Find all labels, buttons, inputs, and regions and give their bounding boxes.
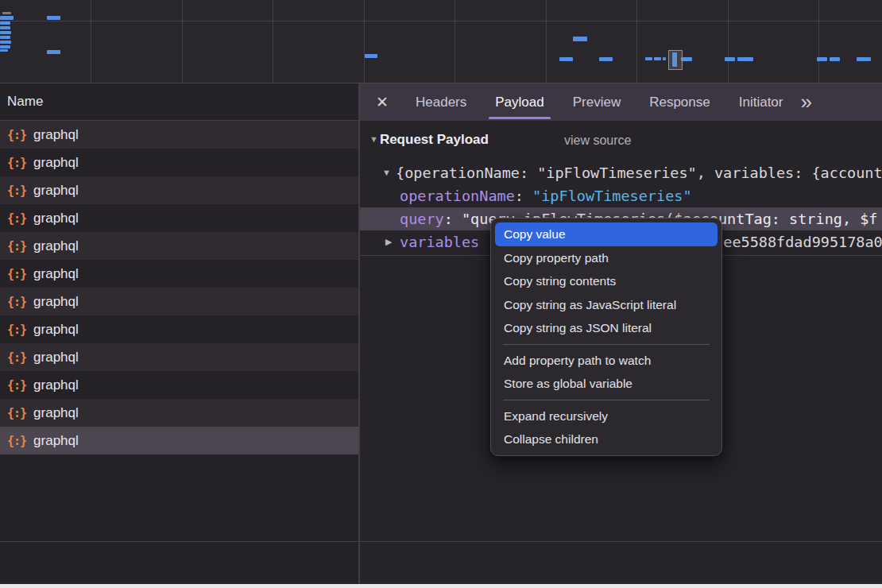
timeline-gridline [728, 0, 729, 83]
context-menu: Copy valueCopy property pathCopy string … [490, 218, 722, 456]
property-value: {operationName: "ipFlowTimeseries", vari… [396, 164, 882, 181]
request-row[interactable]: {:}graphql [0, 343, 358, 371]
json-braces-icon: {:} [7, 323, 26, 337]
json-braces-icon: {:} [7, 378, 26, 393]
timeline-request-bar [0, 45, 10, 48]
menu-item-copy-string-contents[interactable]: Copy string contents [495, 269, 718, 293]
timeline-request-bar [0, 31, 11, 34]
timeline-request-bar [817, 57, 827, 61]
request-name-label: graphql [33, 211, 79, 226]
request-row[interactable]: {:}graphql [0, 232, 358, 260]
request-row[interactable]: {:}graphql [0, 260, 358, 288]
tab-headers[interactable]: Headers [401, 83, 481, 121]
tab-preview[interactable]: Preview [559, 83, 635, 121]
request-payload-title: Request Payload [380, 132, 489, 147]
timeline-gridline [455, 0, 455, 83]
timeline-request-bar [573, 37, 587, 41]
request-name-label: graphql [33, 183, 79, 199]
request-row[interactable]: {:}graphql [0, 121, 358, 149]
tab-initiator[interactable]: Initiator [725, 83, 798, 121]
requests-name-column-header[interactable]: Name [0, 83, 358, 121]
property-key: variables [400, 234, 479, 250]
tab-payload[interactable]: Payload [481, 83, 558, 121]
json-braces-icon: {:} [7, 406, 26, 420]
json-braces-icon: {:} [7, 211, 26, 226]
property-value: : [444, 211, 462, 227]
collapse-triangle-icon[interactable]: ▼ [369, 134, 378, 144]
menu-item-copy-value[interactable]: Copy value [495, 222, 718, 246]
network-overview-timeline[interactable] [0, 0, 882, 83]
request-row[interactable]: {:}graphql [0, 288, 358, 315]
request-row[interactable]: {:}graphql [0, 427, 358, 455]
request-payload-section-header[interactable]: ▼Request Payload [369, 132, 489, 148]
json-braces-icon: {:} [7, 156, 26, 170]
request-row[interactable]: {:}graphql [0, 315, 358, 343]
view-source-link[interactable]: view source [564, 133, 631, 148]
menu-separator [503, 344, 710, 345]
timeline-request-bar [0, 21, 10, 25]
timeline-request-bar [681, 57, 692, 61]
property-key: query [400, 211, 444, 227]
property-key: operationName [400, 188, 515, 204]
timeline-request-bar [0, 41, 11, 44]
timeline-request-bar [0, 26, 10, 29]
close-icon[interactable]: ✕ [369, 93, 395, 111]
timeline-request-bar [559, 57, 573, 61]
payload-tree-line[interactable]: operationName: "ipFlowTimeseries" [360, 184, 882, 207]
menu-item-add-property-path-to-watch[interactable]: Add property path to watch [495, 349, 718, 373]
timeline-request-bar [654, 57, 661, 60]
window-bottom-edge [0, 584, 882, 588]
menu-item-copy-string-as-json-literal[interactable]: Copy string as JSON literal [495, 316, 718, 340]
json-braces-icon: {:} [7, 239, 26, 253]
timeline-gridline [364, 0, 365, 83]
timeline-request-bar [599, 57, 613, 61]
timeline-request-bar [365, 54, 377, 58]
timeline-gridline [818, 0, 819, 83]
timeline-request-bar [737, 57, 753, 61]
request-name-label: graphql [33, 127, 79, 143]
footer-separator [0, 541, 882, 542]
menu-item-copy-string-as-javascript-literal[interactable]: Copy string as JavaScript literal [495, 293, 718, 317]
timeline-request-bar [663, 57, 666, 60]
request-name-label: graphql [33, 322, 79, 338]
timeline-request-bar [47, 50, 60, 54]
json-braces-icon: {:} [7, 350, 26, 365]
request-name-label: graphql [33, 350, 79, 366]
menu-item-copy-property-path[interactable]: Copy property path [495, 246, 718, 270]
request-name-label: graphql [33, 433, 79, 449]
timeline-gridline [546, 0, 547, 83]
menu-item-expand-recursively[interactable]: Expand recursively [495, 404, 718, 428]
menu-separator [503, 400, 710, 400]
tab-response[interactable]: Response [635, 83, 725, 121]
timeline-gridline [91, 0, 91, 83]
timeline-scrubber[interactable] [668, 50, 683, 70]
json-braces-icon: {:} [7, 295, 26, 309]
collapse-triangle-icon[interactable]: ▼ [382, 161, 391, 184]
json-braces-icon: {:} [7, 267, 26, 281]
menu-item-store-as-global-variable[interactable]: Store as global variable [495, 372, 718, 396]
menu-item-collapse-children[interactable]: Collapse children [495, 427, 718, 451]
property-value: : [515, 188, 532, 204]
request-row[interactable]: {:}graphql [0, 371, 358, 399]
expand-triangle-icon[interactable]: ▶ [385, 230, 392, 253]
timeline-request-bar [830, 57, 840, 61]
request-name-label: graphql [33, 294, 79, 310]
requests-table: Name {:}graphql{:}graphql{:}graphql{:}gr… [0, 83, 360, 584]
request-row[interactable]: {:}graphql [0, 149, 358, 176]
timeline-request-bar [857, 57, 871, 61]
request-row[interactable]: {:}graphql [0, 399, 358, 427]
request-row[interactable]: {:}graphql [0, 204, 358, 232]
request-row[interactable]: {:}graphql [0, 176, 358, 204]
detail-tab-bar: ✕ HeadersPayloadPreviewResponseInitiator… [360, 83, 882, 121]
timeline-gridline [273, 0, 273, 83]
timeline-grey-bar [2, 12, 11, 14]
devtools-network-panel: Name {:}graphql{:}graphql{:}graphql{:}gr… [0, 0, 882, 588]
timeline-request-bar [0, 36, 10, 39]
json-braces-icon: {:} [7, 128, 26, 142]
more-tabs-icon[interactable]: » [800, 83, 811, 121]
request-name-label: graphql [33, 405, 79, 421]
request-name-label: graphql [33, 377, 79, 393]
payload-tree-line[interactable]: ▼{operationName: "ipFlowTimeseries", var… [360, 161, 882, 184]
timeline-request-bar [0, 49, 8, 52]
timeline-baseline [0, 21, 882, 21]
